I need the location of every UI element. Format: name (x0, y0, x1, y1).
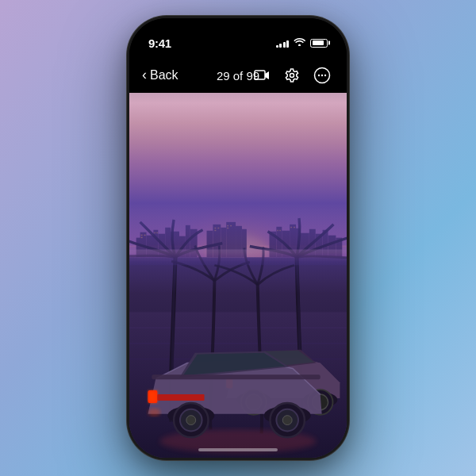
chevron-left-icon: ‹ (142, 67, 147, 83)
home-indicator (198, 448, 278, 451)
svg-rect-70 (152, 374, 320, 379)
photo-counter: 29 of 99 (217, 69, 259, 83)
battery-icon (310, 39, 328, 48)
photo-view[interactable] (129, 93, 347, 458)
status-time: 9:41 (148, 36, 171, 50)
back-label: Back (150, 68, 178, 83)
nav-actions (250, 63, 334, 87)
wifi-icon (294, 37, 305, 48)
status-icons (276, 37, 328, 48)
svg-point-79 (148, 409, 160, 416)
svg-point-78 (282, 416, 292, 425)
signal-icon (276, 39, 290, 48)
phone-screen: 9:41 (129, 18, 347, 458)
gear-icon (284, 67, 300, 83)
svg-point-3 (318, 75, 320, 76)
svg-point-75 (186, 416, 196, 425)
svg-point-5 (324, 75, 326, 76)
svg-point-1 (290, 74, 294, 78)
back-button[interactable]: ‹ Back (142, 67, 178, 83)
svg-rect-68 (148, 390, 157, 403)
svg-rect-69 (157, 394, 204, 401)
synthwave-image (129, 93, 347, 458)
svg-point-4 (321, 75, 323, 76)
more-icon (313, 67, 331, 84)
settings-button[interactable] (280, 63, 304, 87)
nav-bar: ‹ Back 29 of 99 (129, 58, 347, 93)
phone-frame: 9:41 (127, 16, 349, 460)
more-button[interactable] (310, 63, 334, 87)
dynamic-island (202, 28, 274, 50)
